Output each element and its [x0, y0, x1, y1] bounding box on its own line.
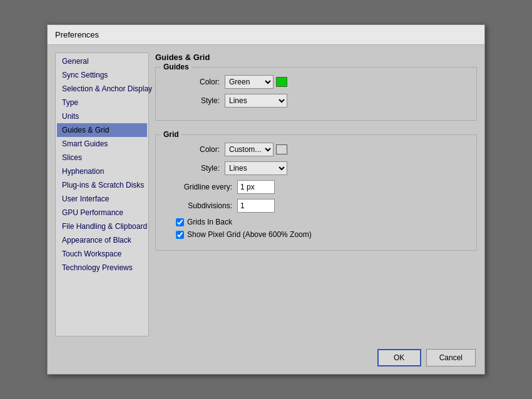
sidebar-item-guides-grid[interactable]: Guides & Grid [57, 123, 147, 137]
guides-style-row: Style: Lines Dashed Lines [163, 94, 469, 108]
show-pixel-grid-checkbox[interactable] [176, 231, 184, 239]
dialog-body: General Sync Settings Selection & Anchor… [48, 45, 484, 344]
grids-in-back-checkbox[interactable] [176, 218, 184, 226]
gridline-input[interactable] [237, 180, 275, 194]
sidebar-item-touch-workspace[interactable]: Touch Workspace [57, 247, 147, 261]
sidebar-item-units[interactable]: Units [57, 109, 147, 123]
grid-style-label: Style: [163, 164, 220, 173]
sidebar-item-slices[interactable]: Slices [57, 151, 147, 164]
guides-style-select[interactable]: Lines Dashed Lines [225, 94, 287, 108]
sidebar-item-gpu-performance[interactable]: GPU Performance [57, 206, 147, 220]
sidebar-item-user-interface[interactable]: User Interface [57, 192, 147, 206]
guides-group: Guides Color: Green Cyan Magenta Yellow … [155, 67, 477, 121]
grid-color-label: Color: [163, 145, 220, 154]
sidebar-item-selection-anchor[interactable]: Selection & Anchor Display [57, 82, 147, 96]
section-title: Guides & Grid [155, 53, 477, 62]
sidebar-item-type[interactable]: Type [57, 96, 147, 109]
grid-style-select[interactable]: Lines Dashed Lines [225, 161, 287, 175]
ok-button[interactable]: OK [377, 349, 421, 366]
guides-group-label: Guides [161, 63, 192, 71]
guides-color-select[interactable]: Green Cyan Magenta Yellow Black Red Blue… [225, 75, 274, 89]
cancel-button[interactable]: Cancel [426, 349, 476, 366]
grid-group: Grid Color: Custom... Cyan Magenta Yello… [155, 134, 477, 251]
subdivisions-row: Subdivisions: [163, 199, 469, 213]
grids-in-back-row: Grids In Back [176, 218, 469, 226]
grid-color-row: Color: Custom... Cyan Magenta Yellow Bla… [163, 143, 469, 156]
sidebar-item-file-handling[interactable]: File Handling & Clipboard [57, 220, 147, 233]
grid-color-select[interactable]: Custom... Cyan Magenta Yellow Black Red … [225, 143, 274, 156]
show-pixel-grid-label[interactable]: Show Pixel Grid (Above 600% Zoom) [187, 230, 312, 239]
sidebar-item-plugins-scratch[interactable]: Plug-ins & Scratch Disks [57, 178, 147, 192]
content-area: Guides & Grid Guides Color: Green Cyan M… [155, 53, 477, 336]
gridline-row: Gridline every: [163, 180, 469, 194]
sidebar: General Sync Settings Selection & Anchor… [55, 53, 149, 336]
guides-color-label: Color: [163, 78, 220, 86]
dialog-title: Preferences [55, 30, 99, 39]
show-pixel-grid-row: Show Pixel Grid (Above 600% Zoom) [176, 230, 469, 239]
dialog-footer: OK Cancel [48, 344, 484, 374]
sidebar-item-general[interactable]: General [57, 54, 147, 68]
subdivisions-input[interactable] [237, 199, 275, 213]
guides-style-label: Style: [163, 96, 220, 105]
sidebar-item-appearance-black[interactable]: Appearance of Black [57, 233, 147, 247]
grid-group-label: Grid [161, 130, 182, 139]
sidebar-item-hyphenation[interactable]: Hyphenation [57, 164, 147, 178]
sidebar-item-technology-previews[interactable]: Technology Previews [57, 261, 147, 275]
grids-in-back-label[interactable]: Grids In Back [187, 218, 232, 226]
grid-color-swatch [276, 144, 287, 154]
dialog-titlebar: Preferences [48, 25, 484, 45]
preferences-dialog: Preferences General Sync Settings Select… [47, 24, 485, 375]
guides-color-swatch [276, 77, 287, 87]
sidebar-item-sync-settings[interactable]: Sync Settings [57, 68, 147, 82]
sidebar-item-smart-guides[interactable]: Smart Guides [57, 137, 147, 151]
grid-style-row: Style: Lines Dashed Lines [163, 161, 469, 175]
subdivisions-label: Subdivisions: [163, 201, 232, 210]
guides-color-row: Color: Green Cyan Magenta Yellow Black R… [163, 75, 469, 89]
gridline-label: Gridline every: [163, 183, 232, 191]
